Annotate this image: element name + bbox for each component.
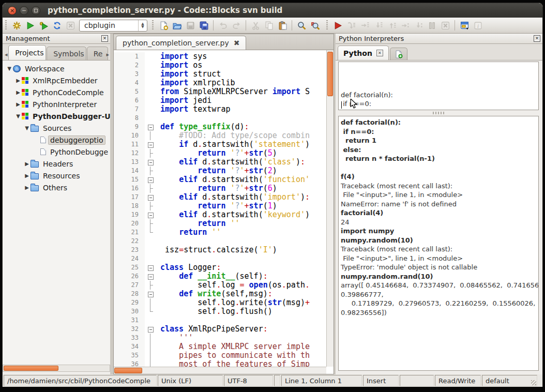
fold-collapse-icon[interactable] <box>145 210 156 219</box>
new-file-button[interactable] <box>157 19 170 32</box>
editor-tab-close-icon[interactable]: ✖ <box>234 39 240 47</box>
code-line-21[interactable]: 21 return '' <box>114 228 334 237</box>
tree-item-workspace[interactable]: ▼⌂Workspace <box>3 63 110 74</box>
expand-arrow-icon[interactable]: ▶ <box>23 185 31 190</box>
window-maximize-button[interactable] <box>32 6 40 15</box>
tree-item-others[interactable]: ▶Others <box>3 182 110 193</box>
tree-item-headers[interactable]: ▶Headers <box>3 158 110 170</box>
management-tab-projects[interactable]: Projects <box>8 45 46 60</box>
fold-collapse-icon[interactable] <box>145 290 156 298</box>
code-line-4[interactable]: 4import xmlrpclib <box>114 79 334 87</box>
debug-run-button[interactable] <box>331 19 344 32</box>
collapse-arrow-icon[interactable]: ▼ <box>23 125 31 131</box>
expand-arrow-icon[interactable]: ▶ <box>23 161 31 167</box>
code-line-36[interactable]: 36 most of the features of Simp <box>114 360 334 367</box>
gear-button[interactable] <box>10 19 23 32</box>
tab-scroll-right-icon[interactable]: ▸ <box>105 49 110 60</box>
paste-button[interactable] <box>276 19 289 32</box>
save-button[interactable] <box>184 19 197 32</box>
tree-item-resources[interactable]: ▶Resources <box>3 170 110 182</box>
management-close-icon[interactable]: ✕ <box>101 35 108 42</box>
debugging-windows-button[interactable] <box>458 19 471 32</box>
step-into-instruction-button[interactable] <box>412 19 425 32</box>
code-line-19[interactable]: 19 elif d.startswith('keyword') <box>114 210 334 219</box>
tab-scroll-left-icon[interactable]: ◂ <box>4 49 8 60</box>
fold-collapse-icon[interactable] <box>145 272 156 281</box>
code-line-5[interactable]: 5from SimpleXMLRPCServer import S <box>114 87 334 96</box>
code-line-9[interactable]: 9def type_suffix(d): <box>114 123 334 131</box>
editor-tab[interactable]: python_completion_server.py ✖ <box>116 36 246 50</box>
code-line-16[interactable]: 16 return '?'+str(6) <box>114 184 334 193</box>
code-line-25[interactable]: 25class Logger: <box>114 263 334 272</box>
code-line-26[interactable]: 26 def __init__(self): <box>114 272 334 281</box>
code-line-22[interactable]: 22 <box>114 237 334 246</box>
replace-button[interactable]: R <box>308 19 322 32</box>
open-file-button[interactable] <box>170 19 184 32</box>
copy-button[interactable] <box>262 19 276 32</box>
fold-collapse-icon[interactable] <box>145 325 156 334</box>
step-out-button[interactable] <box>385 19 398 32</box>
interpreter-tab-close-icon[interactable]: ✕ <box>376 50 383 56</box>
stop-debugger-button[interactable] <box>438 19 452 32</box>
code-line-33[interactable]: 33 ''' <box>114 334 334 342</box>
code-line-7[interactable]: 7import textwrap <box>114 105 334 114</box>
editor-hscroll-thumb[interactable] <box>114 368 142 373</box>
code-line-3[interactable]: 3import struct <box>114 70 334 79</box>
code-line-20[interactable]: 20 return '' <box>114 219 334 228</box>
management-tab-re[interactable]: Re <box>87 47 108 60</box>
fold-collapse-icon[interactable] <box>145 158 156 167</box>
code-line-1[interactable]: 1import sys <box>114 52 334 61</box>
tree-item-xmlrpcembedder[interactable]: ▶XmlRpcEmbedder <box>3 74 110 86</box>
fold-collapse-icon[interactable] <box>145 175 156 184</box>
code-area[interactable]: 1import sys2import os3import struct4impo… <box>114 50 334 367</box>
step-into-button[interactable] <box>371 19 385 32</box>
toolbar-grip[interactable] <box>152 20 154 31</box>
tree-item-pythoncodecomple[interactable]: ▶PythonCodeComple <box>3 86 110 98</box>
plugin-combo[interactable]: cbplugin▲▼ <box>79 20 147 32</box>
code-line-34[interactable]: 34 A simple XMLRPC server imple <box>114 342 334 351</box>
code-line-30[interactable]: 30 self.log.flush() <box>114 307 334 316</box>
toolbar-grip[interactable] <box>5 20 7 31</box>
interpreters-close-icon[interactable]: ✕ <box>534 35 540 42</box>
code-line-10[interactable]: 10 #TODO: Add type/scope combin <box>114 131 334 140</box>
code-line-23[interactable]: 23 isz=struct.calcsize('I') <box>114 246 334 254</box>
toolbar-grip[interactable] <box>326 20 328 31</box>
redo-button[interactable] <box>230 19 243 32</box>
code-line-6[interactable]: 6import jedi <box>114 96 334 105</box>
editor-vscroll-thumb[interactable] <box>327 52 333 96</box>
code-line-27[interactable]: 27 self.log = open(os.path. <box>114 281 334 290</box>
fold-collapse-icon[interactable] <box>145 193 156 202</box>
expand-arrow-icon[interactable]: ▶ <box>14 89 22 95</box>
run-to-cursor-button[interactable] <box>344 19 358 32</box>
next-instruction-button[interactable] <box>398 19 412 32</box>
window-close-button[interactable]: × <box>8 6 17 15</box>
interpreter-tab-python[interactable]: Python ✕ <box>338 46 389 60</box>
build-run-button[interactable] <box>37 19 50 32</box>
interpreter-input[interactable]: def factorial(n): if n==0: return 1 else… <box>338 62 539 110</box>
interpreter-splitter[interactable] <box>338 110 539 116</box>
code-line-11[interactable]: 11 if d.startswith('statement') <box>114 140 334 149</box>
pause-button[interactable] <box>425 19 438 32</box>
code-line-8[interactable]: 8 <box>114 114 334 123</box>
editor-vscrollbar[interactable] <box>326 50 334 367</box>
code-line-35[interactable]: 35 pipes to communicate with th <box>114 351 334 360</box>
management-hscroll-thumb[interactable] <box>4 366 58 371</box>
fold-collapse-icon[interactable] <box>145 263 156 272</box>
window-minimize-button[interactable]: − <box>20 6 28 15</box>
code-line-18[interactable]: 18 return '?'+str(1) <box>114 202 334 210</box>
expand-arrow-icon[interactable]: ▶ <box>23 173 31 178</box>
cut-button[interactable] <box>249 19 262 32</box>
editor-hscrollbar[interactable] <box>114 367 326 374</box>
find-button[interactable] <box>295 19 308 32</box>
code-line-31[interactable]: 31 <box>114 316 334 325</box>
code-line-12[interactable]: 12 return '?'+str(5) <box>114 149 334 158</box>
collapse-arrow-icon[interactable]: ▼ <box>14 113 22 119</box>
code-line-32[interactable]: 32class XmlRpcPipeServer: <box>114 325 334 334</box>
tree-item-pythondebugge[interactable]: PythonDebugge <box>3 146 110 158</box>
code-line-29[interactable]: 29 self.log.write(str(msg)+ <box>114 298 334 307</box>
abort-button[interactable] <box>64 19 77 32</box>
new-interpreter-tab-button[interactable] <box>390 48 407 60</box>
management-tab-symbols[interactable]: Symbols <box>47 47 86 60</box>
save-all-button[interactable] <box>197 19 210 32</box>
code-line-24[interactable]: 24 <box>114 254 334 263</box>
